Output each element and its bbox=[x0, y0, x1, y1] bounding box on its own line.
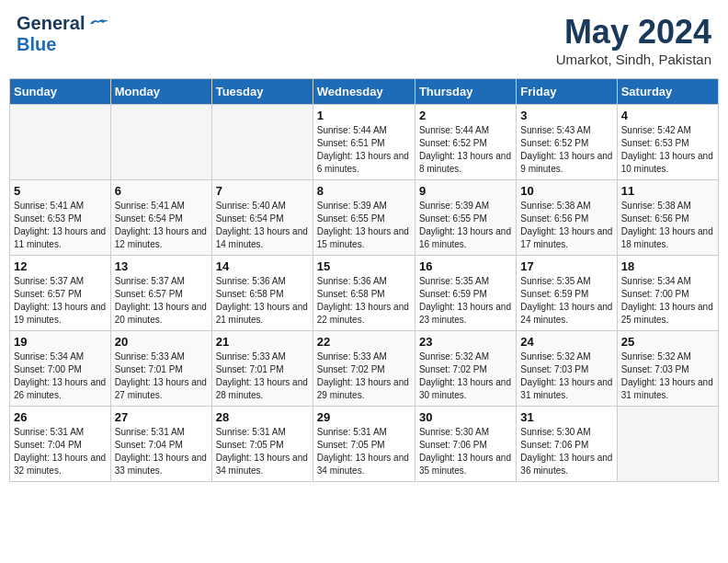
day-number: 26 bbox=[14, 410, 107, 424]
day-number: 19 bbox=[14, 335, 107, 349]
location: Umarkot, Sindh, Pakistan bbox=[556, 52, 711, 67]
day-info: Sunrise: 5:32 AM Sunset: 7:03 PM Dayligh… bbox=[520, 350, 612, 402]
day-number: 9 bbox=[419, 184, 512, 198]
empty-cell bbox=[10, 105, 111, 180]
day-number: 14 bbox=[216, 259, 309, 273]
day-cell-16: 16Sunrise: 5:35 AM Sunset: 6:59 PM Dayli… bbox=[415, 256, 516, 331]
weekday-header-monday: Monday bbox=[110, 79, 211, 105]
day-cell-15: 15Sunrise: 5:36 AM Sunset: 6:58 PM Dayli… bbox=[313, 256, 415, 331]
empty-cell bbox=[617, 407, 718, 482]
day-cell-13: 13Sunrise: 5:37 AM Sunset: 6:57 PM Dayli… bbox=[110, 256, 211, 331]
day-cell-3: 3Sunrise: 5:43 AM Sunset: 6:52 PM Daylig… bbox=[517, 105, 617, 180]
day-number: 25 bbox=[621, 335, 714, 349]
day-cell-4: 4Sunrise: 5:42 AM Sunset: 6:53 PM Daylig… bbox=[617, 105, 718, 180]
day-number: 7 bbox=[216, 184, 309, 198]
day-info: Sunrise: 5:38 AM Sunset: 6:56 PM Dayligh… bbox=[621, 200, 714, 251]
day-info: Sunrise: 5:34 AM Sunset: 7:00 PM Dayligh… bbox=[621, 275, 714, 327]
day-info: Sunrise: 5:37 AM Sunset: 6:57 PM Dayligh… bbox=[115, 275, 208, 327]
day-number: 12 bbox=[14, 259, 107, 273]
day-info: Sunrise: 5:44 AM Sunset: 6:51 PM Dayligh… bbox=[317, 124, 411, 176]
weekday-header-wednesday: Wednesday bbox=[313, 79, 415, 105]
day-number: 28 bbox=[216, 410, 309, 424]
day-info: Sunrise: 5:31 AM Sunset: 7:05 PM Dayligh… bbox=[317, 426, 411, 477]
week-row-1: 1Sunrise: 5:44 AM Sunset: 6:51 PM Daylig… bbox=[10, 105, 719, 180]
day-number: 15 bbox=[317, 259, 411, 273]
day-cell-8: 8Sunrise: 5:39 AM Sunset: 6:55 PM Daylig… bbox=[313, 180, 415, 256]
day-info: Sunrise: 5:39 AM Sunset: 6:55 PM Dayligh… bbox=[317, 200, 411, 251]
weekday-header-friday: Friday bbox=[517, 79, 617, 105]
day-info: Sunrise: 5:33 AM Sunset: 7:02 PM Dayligh… bbox=[317, 350, 411, 402]
day-cell-5: 5Sunrise: 5:41 AM Sunset: 6:53 PM Daylig… bbox=[10, 180, 111, 256]
day-cell-22: 22Sunrise: 5:33 AM Sunset: 7:02 PM Dayli… bbox=[313, 331, 415, 407]
day-number: 31 bbox=[520, 410, 612, 424]
day-number: 2 bbox=[419, 109, 512, 122]
day-cell-11: 11Sunrise: 5:38 AM Sunset: 6:56 PM Dayli… bbox=[617, 180, 718, 256]
logo-blue: Blue bbox=[17, 34, 56, 55]
day-info: Sunrise: 5:39 AM Sunset: 6:55 PM Dayligh… bbox=[419, 200, 512, 251]
month-title: May 2024 bbox=[556, 13, 711, 52]
week-row-3: 12Sunrise: 5:37 AM Sunset: 6:57 PM Dayli… bbox=[10, 256, 719, 331]
day-info: Sunrise: 5:42 AM Sunset: 6:53 PM Dayligh… bbox=[621, 124, 714, 176]
day-cell-30: 30Sunrise: 5:30 AM Sunset: 7:06 PM Dayli… bbox=[415, 407, 516, 482]
empty-cell bbox=[211, 105, 313, 180]
day-cell-29: 29Sunrise: 5:31 AM Sunset: 7:05 PM Dayli… bbox=[313, 407, 415, 482]
week-row-4: 19Sunrise: 5:34 AM Sunset: 7:00 PM Dayli… bbox=[10, 331, 719, 407]
day-cell-20: 20Sunrise: 5:33 AM Sunset: 7:01 PM Dayli… bbox=[110, 331, 211, 407]
day-number: 3 bbox=[520, 109, 612, 122]
day-cell-21: 21Sunrise: 5:33 AM Sunset: 7:01 PM Dayli… bbox=[211, 331, 313, 407]
day-number: 18 bbox=[621, 259, 714, 273]
day-info: Sunrise: 5:37 AM Sunset: 6:57 PM Dayligh… bbox=[14, 275, 107, 327]
weekday-header-saturday: Saturday bbox=[617, 79, 718, 105]
week-row-5: 26Sunrise: 5:31 AM Sunset: 7:04 PM Dayli… bbox=[10, 407, 719, 482]
day-info: Sunrise: 5:31 AM Sunset: 7:04 PM Dayligh… bbox=[115, 426, 208, 477]
day-info: Sunrise: 5:41 AM Sunset: 6:53 PM Dayligh… bbox=[14, 200, 107, 251]
day-number: 24 bbox=[520, 335, 612, 349]
day-number: 17 bbox=[520, 259, 612, 273]
day-info: Sunrise: 5:35 AM Sunset: 6:59 PM Dayligh… bbox=[520, 275, 612, 327]
day-number: 4 bbox=[621, 109, 714, 122]
day-cell-23: 23Sunrise: 5:32 AM Sunset: 7:02 PM Dayli… bbox=[415, 331, 516, 407]
day-info: Sunrise: 5:32 AM Sunset: 7:03 PM Dayligh… bbox=[621, 350, 714, 402]
day-info: Sunrise: 5:32 AM Sunset: 7:02 PM Dayligh… bbox=[419, 350, 512, 402]
day-number: 21 bbox=[216, 335, 309, 349]
day-number: 22 bbox=[317, 335, 411, 349]
day-number: 11 bbox=[621, 184, 714, 198]
weekday-header-tuesday: Tuesday bbox=[211, 79, 313, 105]
day-info: Sunrise: 5:34 AM Sunset: 7:00 PM Dayligh… bbox=[14, 350, 107, 402]
day-number: 29 bbox=[317, 410, 411, 424]
week-row-2: 5Sunrise: 5:41 AM Sunset: 6:53 PM Daylig… bbox=[10, 180, 719, 256]
day-number: 1 bbox=[317, 109, 411, 122]
weekday-header-row: SundayMondayTuesdayWednesdayThursdayFrid… bbox=[10, 79, 719, 105]
day-cell-31: 31Sunrise: 5:30 AM Sunset: 7:06 PM Dayli… bbox=[517, 407, 617, 482]
day-cell-25: 25Sunrise: 5:32 AM Sunset: 7:03 PM Dayli… bbox=[617, 331, 718, 407]
day-info: Sunrise: 5:30 AM Sunset: 7:06 PM Dayligh… bbox=[419, 426, 512, 477]
day-number: 13 bbox=[115, 259, 208, 273]
day-cell-6: 6Sunrise: 5:41 AM Sunset: 6:54 PM Daylig… bbox=[110, 180, 211, 256]
day-info: Sunrise: 5:43 AM Sunset: 6:52 PM Dayligh… bbox=[520, 124, 612, 176]
day-cell-27: 27Sunrise: 5:31 AM Sunset: 7:04 PM Dayli… bbox=[110, 407, 211, 482]
day-number: 16 bbox=[419, 259, 512, 273]
day-cell-7: 7Sunrise: 5:40 AM Sunset: 6:54 PM Daylig… bbox=[211, 180, 313, 256]
page-header: General Blue May 2024 Umarkot, Sindh, Pa… bbox=[9, 9, 719, 71]
day-cell-26: 26Sunrise: 5:31 AM Sunset: 7:04 PM Dayli… bbox=[10, 407, 111, 482]
logo-general: General bbox=[17, 13, 85, 34]
day-number: 5 bbox=[14, 184, 107, 198]
day-number: 6 bbox=[115, 184, 208, 198]
day-info: Sunrise: 5:40 AM Sunset: 6:54 PM Dayligh… bbox=[216, 200, 309, 251]
day-cell-10: 10Sunrise: 5:38 AM Sunset: 6:56 PM Dayli… bbox=[517, 180, 617, 256]
empty-cell bbox=[110, 105, 211, 180]
day-number: 10 bbox=[520, 184, 612, 198]
day-info: Sunrise: 5:38 AM Sunset: 6:56 PM Dayligh… bbox=[520, 200, 612, 251]
day-info: Sunrise: 5:31 AM Sunset: 7:05 PM Dayligh… bbox=[216, 426, 309, 477]
day-info: Sunrise: 5:36 AM Sunset: 6:58 PM Dayligh… bbox=[317, 275, 411, 327]
day-info: Sunrise: 5:30 AM Sunset: 7:06 PM Dayligh… bbox=[520, 426, 612, 477]
day-info: Sunrise: 5:36 AM Sunset: 6:58 PM Dayligh… bbox=[216, 275, 309, 327]
day-info: Sunrise: 5:44 AM Sunset: 6:52 PM Dayligh… bbox=[419, 124, 512, 176]
day-cell-18: 18Sunrise: 5:34 AM Sunset: 7:00 PM Dayli… bbox=[617, 256, 718, 331]
day-cell-9: 9Sunrise: 5:39 AM Sunset: 6:55 PM Daylig… bbox=[415, 180, 516, 256]
day-number: 20 bbox=[115, 335, 208, 349]
logo: General Blue bbox=[17, 13, 108, 55]
day-cell-14: 14Sunrise: 5:36 AM Sunset: 6:58 PM Dayli… bbox=[211, 256, 313, 331]
day-number: 27 bbox=[115, 410, 208, 424]
day-cell-12: 12Sunrise: 5:37 AM Sunset: 6:57 PM Dayli… bbox=[10, 256, 111, 331]
